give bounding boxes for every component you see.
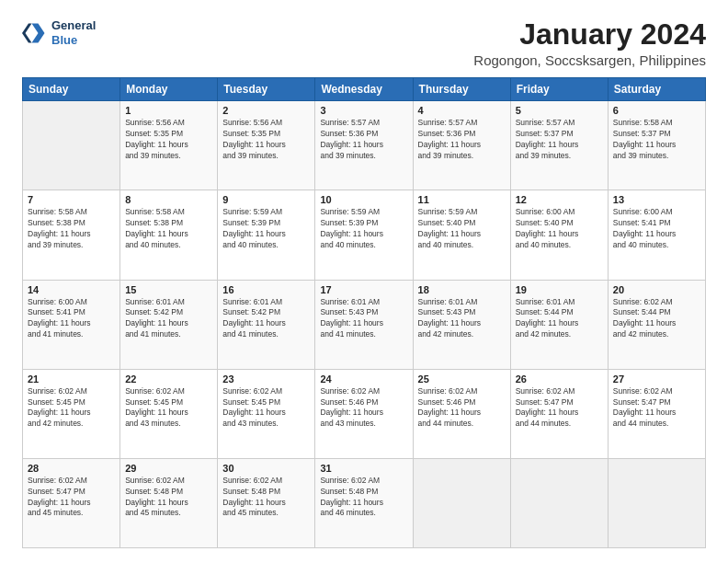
- day-number: 16: [222, 284, 310, 295]
- day-info: Sunrise: 5:57 AM Sunset: 5:36 PM Dayligh…: [320, 118, 407, 162]
- day-info: Sunrise: 5:59 AM Sunset: 5:40 PM Dayligh…: [418, 207, 506, 251]
- day-number: 30: [222, 463, 310, 474]
- day-cell: 25Sunrise: 6:02 AM Sunset: 5:46 PM Dayli…: [413, 369, 510, 458]
- header-cell-wednesday: Wednesday: [315, 78, 413, 101]
- day-info: Sunrise: 5:58 AM Sunset: 5:38 PM Dayligh…: [125, 207, 212, 251]
- day-cell: 30Sunrise: 6:02 AM Sunset: 5:48 PM Dayli…: [218, 458, 315, 547]
- day-info: Sunrise: 6:01 AM Sunset: 5:44 PM Dayligh…: [516, 297, 603, 341]
- day-cell: 17Sunrise: 6:01 AM Sunset: 5:43 PM Dayli…: [315, 280, 413, 369]
- header-cell-friday: Friday: [510, 78, 608, 101]
- day-number: 10: [320, 194, 407, 205]
- day-info: Sunrise: 6:01 AM Sunset: 5:43 PM Dayligh…: [320, 297, 407, 341]
- day-info: Sunrise: 5:59 AM Sunset: 5:39 PM Dayligh…: [320, 207, 407, 251]
- day-info: Sunrise: 5:56 AM Sunset: 5:35 PM Dayligh…: [222, 118, 310, 162]
- day-cell: 12Sunrise: 6:00 AM Sunset: 5:40 PM Dayli…: [510, 190, 608, 280]
- day-info: Sunrise: 6:01 AM Sunset: 5:43 PM Dayligh…: [418, 297, 506, 341]
- header: General Blue January 2024 Rogongon, Socc…: [22, 18, 706, 68]
- day-number: 17: [320, 284, 407, 295]
- day-number: 19: [516, 284, 603, 295]
- day-number: 14: [28, 284, 115, 295]
- day-cell: 29Sunrise: 6:02 AM Sunset: 5:48 PM Dayli…: [120, 458, 218, 547]
- day-cell: 7Sunrise: 5:58 AM Sunset: 5:38 PM Daylig…: [23, 190, 120, 280]
- title-block: January 2024 Rogongon, Soccsksargen, Phi…: [473, 18, 706, 68]
- day-number: 15: [125, 284, 212, 295]
- day-cell: 19Sunrise: 6:01 AM Sunset: 5:44 PM Dayli…: [510, 280, 608, 369]
- day-cell: 28Sunrise: 6:02 AM Sunset: 5:47 PM Dayli…: [23, 458, 120, 547]
- day-info: Sunrise: 6:01 AM Sunset: 5:42 PM Dayligh…: [125, 297, 212, 341]
- day-info: Sunrise: 6:02 AM Sunset: 5:47 PM Dayligh…: [516, 386, 603, 431]
- day-number: 12: [516, 194, 603, 205]
- day-number: 29: [125, 463, 212, 474]
- week-row-3: 21Sunrise: 6:02 AM Sunset: 5:45 PM Dayli…: [23, 369, 706, 458]
- month-title: January 2024: [473, 18, 706, 51]
- day-number: 5: [516, 105, 603, 116]
- day-info: Sunrise: 5:56 AM Sunset: 5:35 PM Dayligh…: [125, 118, 212, 162]
- day-number: 7: [28, 194, 115, 205]
- day-info: Sunrise: 6:02 AM Sunset: 5:47 PM Dayligh…: [613, 386, 700, 431]
- day-number: 23: [222, 373, 310, 385]
- day-info: Sunrise: 6:02 AM Sunset: 5:48 PM Dayligh…: [222, 476, 310, 520]
- day-number: 25: [418, 373, 506, 385]
- logo-icon: [22, 20, 48, 46]
- day-cell: 1Sunrise: 5:56 AM Sunset: 5:35 PM Daylig…: [120, 101, 218, 190]
- day-number: 31: [320, 463, 407, 474]
- day-number: 13: [613, 194, 700, 205]
- day-number: 6: [613, 105, 700, 116]
- day-cell: 13Sunrise: 6:00 AM Sunset: 5:41 PM Dayli…: [608, 190, 705, 280]
- day-cell: 27Sunrise: 6:02 AM Sunset: 5:47 PM Dayli…: [608, 369, 705, 458]
- calendar-table: SundayMondayTuesdayWednesdayThursdayFrid…: [22, 77, 706, 548]
- day-number: 18: [418, 284, 506, 295]
- week-row-1: 7Sunrise: 5:58 AM Sunset: 5:38 PM Daylig…: [23, 190, 706, 280]
- header-cell-saturday: Saturday: [608, 78, 705, 101]
- day-cell: 26Sunrise: 6:02 AM Sunset: 5:47 PM Dayli…: [510, 369, 608, 458]
- day-cell: 22Sunrise: 6:02 AM Sunset: 5:45 PM Dayli…: [120, 369, 218, 458]
- day-number: 20: [613, 284, 700, 295]
- day-cell: 10Sunrise: 5:59 AM Sunset: 5:39 PM Dayli…: [315, 190, 413, 280]
- day-number: 22: [125, 373, 212, 385]
- week-row-4: 28Sunrise: 6:02 AM Sunset: 5:47 PM Dayli…: [23, 458, 706, 547]
- day-number: 1: [125, 105, 212, 116]
- day-number: 9: [222, 194, 310, 205]
- header-cell-monday: Monday: [120, 78, 218, 101]
- svg-marker-2: [22, 23, 32, 42]
- day-number: 27: [613, 373, 700, 385]
- day-number: 11: [418, 194, 506, 205]
- day-info: Sunrise: 6:00 AM Sunset: 5:40 PM Dayligh…: [516, 207, 603, 251]
- day-cell: 8Sunrise: 5:58 AM Sunset: 5:38 PM Daylig…: [120, 190, 218, 280]
- day-cell: 18Sunrise: 6:01 AM Sunset: 5:43 PM Dayli…: [413, 280, 510, 369]
- day-cell: 20Sunrise: 6:02 AM Sunset: 5:44 PM Dayli…: [608, 280, 705, 369]
- day-info: Sunrise: 6:01 AM Sunset: 5:42 PM Dayligh…: [222, 297, 310, 341]
- day-cell: 21Sunrise: 6:02 AM Sunset: 5:45 PM Dayli…: [23, 369, 120, 458]
- day-number: 28: [28, 463, 115, 474]
- page: General Blue January 2024 Rogongon, Socc…: [0, 0, 728, 563]
- day-cell: 5Sunrise: 5:57 AM Sunset: 5:37 PM Daylig…: [510, 101, 608, 190]
- day-info: Sunrise: 5:58 AM Sunset: 5:37 PM Dayligh…: [613, 118, 700, 162]
- day-info: Sunrise: 6:02 AM Sunset: 5:46 PM Dayligh…: [320, 386, 407, 431]
- week-row-0: 1Sunrise: 5:56 AM Sunset: 5:35 PM Daylig…: [23, 101, 706, 190]
- logo: General Blue: [22, 18, 96, 47]
- day-cell: 15Sunrise: 6:01 AM Sunset: 5:42 PM Dayli…: [120, 280, 218, 369]
- day-cell: 14Sunrise: 6:00 AM Sunset: 5:41 PM Dayli…: [23, 280, 120, 369]
- day-cell: 4Sunrise: 5:57 AM Sunset: 5:36 PM Daylig…: [413, 101, 510, 190]
- day-number: 24: [320, 373, 407, 385]
- day-number: 2: [222, 105, 310, 116]
- day-cell: 3Sunrise: 5:57 AM Sunset: 5:36 PM Daylig…: [315, 101, 413, 190]
- day-cell: 23Sunrise: 6:02 AM Sunset: 5:45 PM Dayli…: [218, 369, 315, 458]
- day-info: Sunrise: 6:02 AM Sunset: 5:45 PM Dayligh…: [222, 386, 310, 431]
- day-number: 26: [516, 373, 603, 385]
- day-info: Sunrise: 5:58 AM Sunset: 5:38 PM Dayligh…: [28, 207, 115, 251]
- calendar-body: 1Sunrise: 5:56 AM Sunset: 5:35 PM Daylig…: [23, 101, 706, 548]
- day-info: Sunrise: 6:02 AM Sunset: 5:44 PM Dayligh…: [613, 297, 700, 341]
- day-cell: 2Sunrise: 5:56 AM Sunset: 5:35 PM Daylig…: [218, 101, 315, 190]
- day-info: Sunrise: 5:57 AM Sunset: 5:37 PM Dayligh…: [516, 118, 603, 162]
- day-number: 3: [320, 105, 407, 116]
- location-title: Rogongon, Soccsksargen, Philippines: [473, 52, 706, 68]
- day-cell: [23, 101, 120, 190]
- logo-text: General Blue: [51, 18, 96, 47]
- day-info: Sunrise: 6:00 AM Sunset: 5:41 PM Dayligh…: [613, 207, 700, 251]
- day-info: Sunrise: 5:57 AM Sunset: 5:36 PM Dayligh…: [418, 118, 506, 162]
- day-cell: 31Sunrise: 6:02 AM Sunset: 5:48 PM Dayli…: [315, 458, 413, 547]
- day-info: Sunrise: 6:00 AM Sunset: 5:41 PM Dayligh…: [28, 297, 115, 341]
- calendar-header-row: SundayMondayTuesdayWednesdayThursdayFrid…: [23, 78, 706, 101]
- day-cell: 9Sunrise: 5:59 AM Sunset: 5:39 PM Daylig…: [218, 190, 315, 280]
